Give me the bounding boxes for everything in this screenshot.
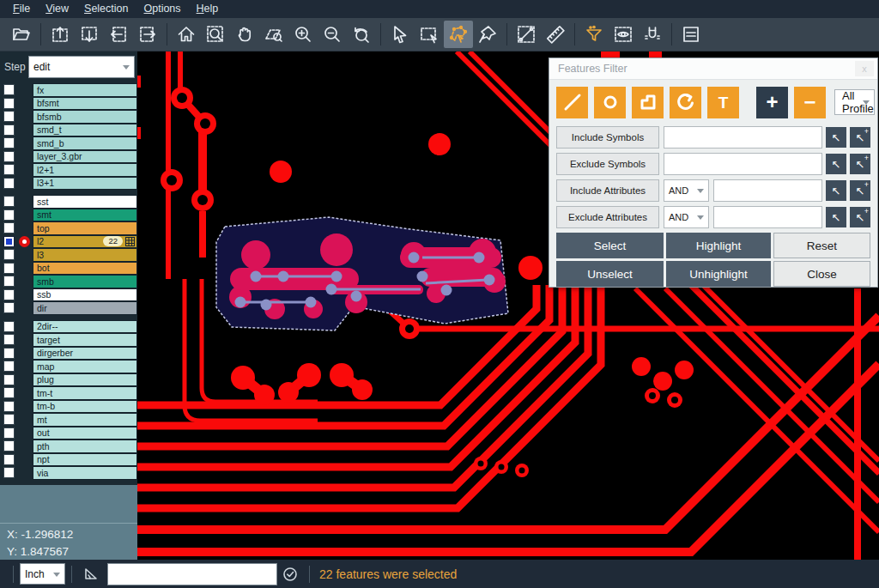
layer-checkbox[interactable]: [3, 124, 15, 136]
zoom-out-icon[interactable]: [318, 21, 347, 48]
layer-checkbox[interactable]: [3, 414, 15, 425]
menu-selection[interactable]: Selection: [76, 0, 136, 18]
layer-label[interactable]: l222: [33, 235, 137, 249]
polygon-select-icon[interactable]: [444, 21, 473, 48]
profile-select[interactable]: All Profile: [834, 89, 875, 115]
layer-checkbox[interactable]: [3, 222, 15, 233]
import-bottom-icon[interactable]: [75, 21, 104, 48]
layer-label[interactable]: bot: [33, 262, 137, 276]
menu-help[interactable]: Help: [189, 0, 227, 18]
exclude-attributes-button[interactable]: Exclude Attributes: [556, 206, 659, 228]
highlight-button[interactable]: Highlight: [666, 233, 771, 258]
features-filter-icon[interactable]: [579, 21, 609, 48]
layer-checkbox[interactable]: [3, 263, 15, 274]
layer-label[interactable]: bfsmt: [33, 97, 137, 111]
import-top-icon[interactable]: [45, 21, 75, 48]
layer-label[interactable]: sst: [33, 195, 137, 209]
layer-checkbox[interactable]: [3, 249, 15, 260]
layer-label[interactable]: mt: [33, 413, 137, 427]
layer-label[interactable]: fx: [33, 83, 137, 97]
active-layer-indicator[interactable]: [19, 236, 30, 247]
layer-label[interactable]: npt: [33, 453, 137, 467]
layer-label[interactable]: smb: [33, 275, 137, 288]
layer-label[interactable]: l3: [33, 248, 137, 262]
unit-select[interactable]: Inch: [20, 563, 65, 585]
pick-symbol-button[interactable]: ↖: [826, 127, 846, 148]
menu-options[interactable]: Options: [136, 0, 188, 18]
close-button[interactable]: Close: [773, 261, 870, 287]
layer-checkbox[interactable]: [3, 276, 15, 287]
include-symbols-input[interactable]: [664, 126, 822, 149]
layer-checkbox[interactable]: [3, 111, 15, 122]
close-icon[interactable]: x: [855, 61, 874, 76]
layer-checkbox[interactable]: [3, 137, 15, 149]
exclude-attributes-input[interactable]: [713, 206, 822, 228]
layer-label[interactable]: 2dir--: [33, 320, 137, 334]
layer-checkbox[interactable]: [3, 374, 15, 385]
layer-label[interactable]: dir: [33, 301, 137, 315]
apply-check-icon[interactable]: [280, 564, 300, 585]
unselect-button[interactable]: Unselect: [556, 261, 664, 287]
layers-panel-icon[interactable]: [676, 21, 706, 48]
layer-label[interactable]: smd_t: [33, 124, 137, 137]
measure-line-icon[interactable]: [512, 21, 541, 48]
layer-label[interactable]: layer_3.gbr: [33, 150, 137, 164]
layer-label[interactable]: out: [33, 427, 137, 440]
zoom-previous-icon[interactable]: [347, 21, 376, 48]
snap-magnet-icon[interactable]: [638, 21, 667, 48]
layer-checkbox[interactable]: [3, 334, 15, 345]
layer-label[interactable]: bfsmb: [33, 110, 137, 124]
layer-checkbox[interactable]: [3, 348, 15, 359]
dialog-title-bar[interactable]: Features Filter x: [549, 58, 877, 80]
layer-label[interactable]: tm-b: [33, 400, 137, 414]
arc-icon[interactable]: [670, 87, 701, 118]
layer-checkbox[interactable]: [3, 151, 15, 162]
menu-view[interactable]: View: [38, 0, 76, 18]
open-folder-icon[interactable]: [7, 21, 36, 48]
step-select[interactable]: edit: [28, 56, 135, 78]
layer-checkbox[interactable]: [3, 84, 15, 95]
zoom-window-icon[interactable]: [201, 21, 230, 48]
layer-label[interactable]: target: [33, 333, 137, 347]
area-zoom-icon[interactable]: [259, 21, 288, 48]
layer-checkbox[interactable]: [3, 196, 15, 207]
text-icon[interactable]: T: [707, 87, 739, 118]
pointer-select-icon[interactable]: [385, 21, 415, 48]
layer-grid-icon[interactable]: [125, 237, 135, 246]
include-attributes-input[interactable]: [713, 179, 822, 202]
exclude-symbols-button[interactable]: Exclude Symbols: [556, 153, 659, 175]
exclude-symbols-input[interactable]: [664, 153, 822, 175]
zoom-in-icon[interactable]: [288, 21, 318, 48]
home-icon[interactable]: [172, 21, 201, 48]
layer-checkbox[interactable]: [3, 321, 15, 332]
ruler-icon[interactable]: [541, 21, 570, 48]
layer-label[interactable]: via: [33, 466, 137, 480]
exclude-attributes-and-select[interactable]: AND: [664, 206, 709, 228]
layer-checkbox[interactable]: [3, 289, 15, 300]
layer-checkbox[interactable]: [3, 236, 15, 247]
layer-checkbox[interactable]: [3, 98, 15, 109]
layer-checkbox[interactable]: [3, 427, 15, 439]
layer-label[interactable]: ssb: [33, 288, 137, 302]
pick-add-symbol-button[interactable]: ↖+: [850, 154, 870, 174]
reset-button[interactable]: Reset: [773, 233, 870, 258]
layer-label[interactable]: smd_b: [33, 136, 137, 150]
import-left-icon[interactable]: [104, 21, 133, 48]
layer-checkbox[interactable]: [3, 401, 15, 412]
pick-add-attribute-button[interactable]: ↖+: [850, 180, 870, 201]
select-button[interactable]: Select: [556, 233, 664, 258]
layer-label[interactable]: l3+1: [33, 177, 137, 191]
view-eye-icon[interactable]: [609, 21, 638, 48]
layer-checkbox[interactable]: [3, 454, 15, 465]
layer-label[interactable]: tm-t: [33, 386, 137, 400]
clear-brush-icon[interactable]: [473, 21, 502, 48]
remove-filter-button[interactable]: −: [794, 87, 826, 118]
layer-label[interactable]: top: [33, 221, 137, 235]
layer-checkbox[interactable]: [3, 209, 15, 221]
pick-add-attribute-button[interactable]: ↖+: [850, 207, 870, 227]
add-filter-button[interactable]: +: [756, 87, 788, 118]
pick-add-symbol-button[interactable]: ↖+: [850, 127, 870, 148]
layer-checkbox[interactable]: [3, 302, 15, 313]
command-input[interactable]: [107, 563, 277, 585]
layer-label[interactable]: dirgerber: [33, 347, 137, 361]
